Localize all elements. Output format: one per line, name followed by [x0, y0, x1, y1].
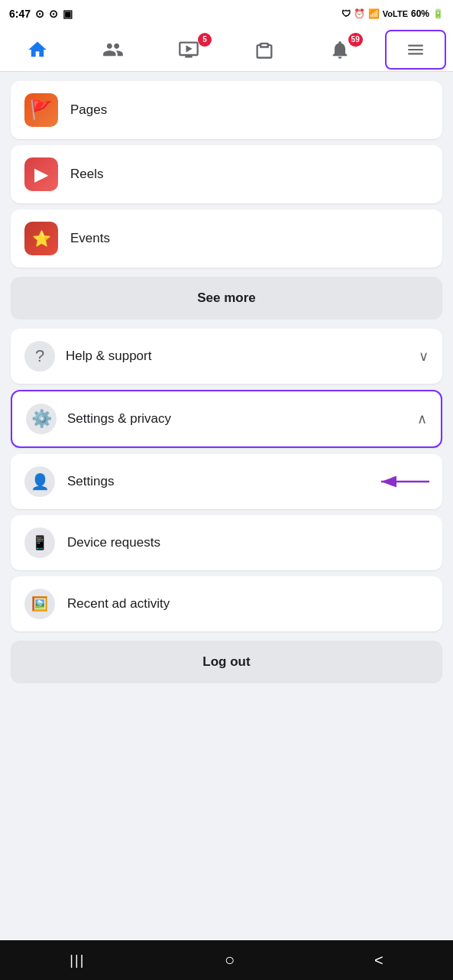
see-more-label: See more	[197, 290, 256, 305]
reels-icon: ▶	[24, 157, 58, 191]
back-button[interactable]: |||	[70, 952, 85, 969]
settings-chevron: ∧	[417, 410, 427, 427]
events-label: Events	[70, 231, 110, 246]
time-display: 6:47	[9, 8, 31, 20]
device-requests-icon: 📱	[24, 527, 55, 558]
instagram2-icon: ⊙	[49, 8, 58, 20]
reels-menu-item[interactable]: ▶ Reels	[11, 145, 442, 203]
shield-icon: 🛡	[341, 8, 351, 19]
settings-label: Settings	[67, 474, 114, 489]
watch-badge: 5	[198, 33, 212, 47]
recent-ad-icon: 🖼️	[24, 589, 55, 619]
help-support-section[interactable]: ? Help & support ∨	[11, 329, 442, 384]
logout-label: Log out	[202, 654, 250, 669]
pages-icon: 🚩	[24, 93, 58, 127]
arrow-annotation	[370, 470, 431, 493]
help-chevron: ∨	[419, 348, 429, 365]
image-icon: ▣	[63, 8, 73, 20]
signal-icon: VoLTE	[383, 9, 408, 18]
settings-sub-item[interactable]: 👤 Settings	[11, 454, 442, 509]
settings-gear-icon: ⚙️	[26, 404, 57, 434]
events-menu-item[interactable]: ⭐ Events	[11, 209, 442, 268]
settings-privacy-section[interactable]: ⚙️ Settings & privacy ∧	[11, 390, 442, 448]
help-support-label: Help & support	[66, 349, 408, 364]
settings-user-icon: 👤	[24, 466, 55, 497]
settings-privacy-label: Settings & privacy	[67, 411, 406, 427]
pages-menu-item[interactable]: 🚩 Pages	[11, 81, 442, 139]
battery-display: 60%	[411, 8, 429, 19]
nav-friends[interactable]	[83, 30, 144, 70]
pages-label: Pages	[70, 102, 107, 118]
nav-menu[interactable]	[385, 30, 446, 70]
battery-icon: 🔋	[432, 8, 444, 19]
recent-ad-activity-label: Recent ad activity	[67, 596, 170, 612]
nav-notifications[interactable]: 59	[309, 30, 370, 70]
main-content: 🚩 Pages ▶ Reels ⭐ Events See more ? Help…	[0, 72, 453, 940]
nav-marketplace[interactable]	[234, 30, 295, 70]
device-requests-label: Device requests	[67, 535, 160, 550]
wifi-icon: 📶	[368, 8, 380, 19]
see-more-button[interactable]: See more	[11, 277, 442, 320]
logout-button[interactable]: Log out	[11, 641, 442, 683]
nav-home[interactable]	[7, 30, 68, 70]
bottom-system-bar: ||| ○ <	[0, 940, 453, 980]
instagram-icon: ⊙	[35, 8, 44, 20]
nav-bar: 5 59	[0, 28, 453, 72]
nav-watch[interactable]: 5	[158, 30, 219, 70]
reels-label: Reels	[70, 167, 103, 182]
help-icon: ?	[24, 341, 55, 372]
alarm-icon: ⏰	[354, 8, 365, 19]
home-button[interactable]: ○	[225, 950, 235, 970]
recent-ad-activity-sub-item[interactable]: 🖼️ Recent ad activity	[11, 576, 442, 631]
status-bar: 6:47 ⊙ ⊙ ▣ 🛡 ⏰ 📶 VoLTE 60% 🔋	[0, 0, 453, 28]
status-left: 6:47 ⊙ ⊙ ▣	[9, 8, 73, 20]
device-requests-sub-item[interactable]: 📱 Device requests	[11, 515, 442, 570]
notifications-badge: 59	[348, 33, 363, 47]
status-right: 🛡 ⏰ 📶 VoLTE 60% 🔋	[341, 8, 444, 19]
back-nav-button[interactable]: <	[374, 952, 383, 969]
events-icon: ⭐	[24, 222, 58, 255]
